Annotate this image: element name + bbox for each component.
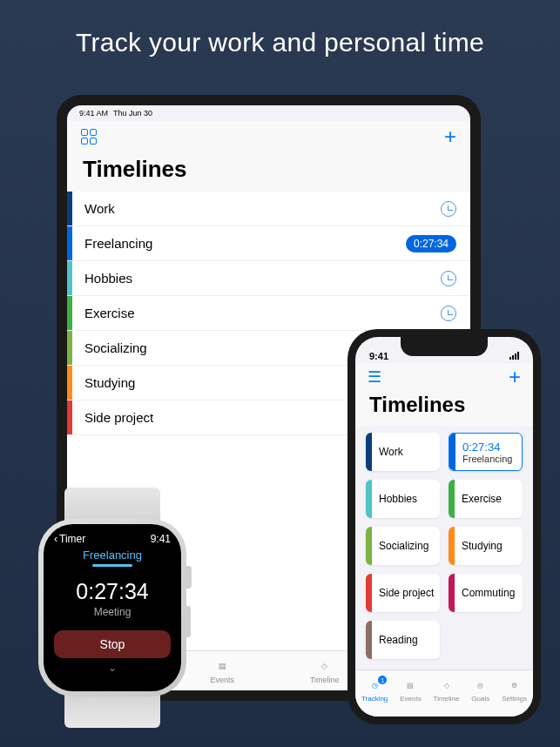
timeline-tile[interactable]: Side project: [366, 574, 440, 612]
watch-time: 9:41: [151, 533, 171, 545]
tab-timeline[interactable]: ◇Timeline: [310, 658, 340, 684]
tab-events[interactable]: ▤Events: [211, 658, 235, 684]
timeline-row[interactable]: Work: [67, 192, 470, 226]
color-indicator: [449, 480, 455, 518]
color-indicator: [449, 574, 455, 612]
back-button[interactable]: ‹ Timer: [54, 533, 85, 545]
tab-label: Tracking: [361, 695, 388, 703]
notification-badge: 1: [378, 676, 387, 684]
tab-tracking[interactable]: ◷1Tracking: [361, 677, 388, 703]
row-label: Work: [72, 201, 441, 216]
ipad-nav: +: [67, 121, 470, 152]
watch-device: ‹ Timer 9:41 Freelancing 0:27:34 Meeting…: [31, 488, 193, 728]
timeline-tile[interactable]: Commuting: [449, 574, 523, 612]
tab-label: Timeline: [310, 676, 340, 684]
color-indicator: [366, 574, 372, 612]
color-indicator: [366, 527, 372, 565]
tile-label: Freelancing: [462, 454, 512, 464]
row-label: Hobbies: [72, 271, 441, 286]
tile-label: Side project: [372, 587, 434, 599]
clock-icon[interactable]: [441, 201, 456, 217]
timeline-tile[interactable]: Exercise: [449, 480, 523, 518]
clock-icon[interactable]: [441, 306, 456, 321]
event-label: Meeting: [54, 606, 171, 618]
digital-crown[interactable]: [185, 566, 192, 589]
tab-label: Events: [211, 676, 235, 684]
tile-label: Hobbies: [372, 493, 417, 505]
page-title: Timelines: [67, 152, 470, 192]
tile-label: Reading: [372, 634, 418, 646]
tab-label: Goals: [471, 695, 489, 703]
page-title: Timelines: [355, 391, 533, 426]
side-button[interactable]: [186, 606, 191, 637]
color-indicator: [366, 621, 372, 659]
tab-label: Timeline: [434, 695, 460, 703]
iphone-nav: ☰ +: [355, 363, 533, 391]
tile-timer: 0:27:34: [462, 441, 512, 454]
timeline-tile[interactable]: Hobbies: [366, 480, 440, 518]
ipad-status-bar: 9:41 AM Thu Jun 30: [67, 105, 470, 121]
chevron-down-icon[interactable]: ⌄: [54, 662, 171, 674]
color-indicator: [449, 527, 455, 565]
tab-goals[interactable]: ◎Goals: [471, 677, 489, 703]
timeline-tile[interactable]: 0:27:34Freelancing: [449, 433, 523, 471]
tab-settings[interactable]: ⚙Settings: [502, 677, 527, 703]
timeline-row[interactable]: Freelancing0:27:34: [67, 226, 470, 261]
active-timer-pill[interactable]: 0:27:34: [406, 235, 456, 252]
status-indicators: [509, 351, 519, 361]
tab-icon: ▤: [213, 658, 231, 674]
add-button[interactable]: +: [444, 124, 456, 149]
tab-icon: ▤: [401, 677, 419, 693]
tab-icon: ◷1: [366, 677, 383, 693]
watch-case: ‹ Timer 9:41 Freelancing 0:27:34 Meeting…: [38, 519, 186, 697]
tab-icon: ◇: [316, 658, 334, 674]
timeline-tile[interactable]: Studying: [449, 527, 523, 565]
tab-icon: ⚙: [506, 677, 523, 693]
clock-icon[interactable]: [441, 271, 456, 286]
row-accessory: [441, 201, 470, 217]
add-button[interactable]: +: [509, 365, 521, 389]
tile-label: Exercise: [455, 493, 502, 505]
back-label: Timer: [59, 533, 85, 545]
tab-timeline[interactable]: ◇Timeline: [434, 677, 460, 703]
tile-label: Work: [372, 446, 403, 458]
row-accessory: [441, 271, 470, 286]
tile-label: Socializing: [372, 540, 428, 552]
elapsed-time: 0:27:34: [54, 579, 171, 604]
timeline-tile[interactable]: Socializing: [366, 527, 440, 565]
row-accessory: [441, 306, 470, 321]
list-view-icon[interactable]: ☰: [368, 367, 381, 387]
timeline-row[interactable]: Hobbies: [67, 261, 470, 296]
color-indicator: [366, 433, 372, 471]
notch: [401, 337, 488, 356]
row-label: Freelancing: [72, 236, 406, 251]
iphone-screen: 9:41 ☰ + Timelines Work0:27:34Freelancin…: [355, 337, 533, 717]
progress-bar: [92, 564, 132, 567]
color-indicator: [366, 480, 372, 518]
tab-events[interactable]: ▤Events: [400, 677, 421, 703]
timeline-tile[interactable]: Reading: [366, 621, 440, 659]
watch-screen: ‹ Timer 9:41 Freelancing 0:27:34 Meeting…: [44, 524, 181, 691]
watch-status: ‹ Timer 9:41: [54, 533, 171, 545]
row-label: Exercise: [72, 306, 441, 320]
status-date: Thu Jun 30: [113, 109, 152, 118]
timeline-row[interactable]: Exercise: [67, 296, 470, 331]
hero-title: Track your work and personal time: [0, 0, 560, 57]
grid-view-icon[interactable]: [81, 129, 97, 145]
color-indicator: [449, 434, 455, 470]
tile-label: Studying: [455, 540, 503, 552]
chevron-left-icon: ‹: [54, 533, 57, 545]
iphone-tab-bar: ◷1Tracking▤Events◇Timeline◎Goals⚙Setting…: [355, 670, 533, 717]
tab-label: Events: [400, 695, 421, 703]
category-label: Freelancing: [54, 548, 171, 562]
timeline-grid: Work0:27:34FreelancingHobbiesExerciseSoc…: [355, 426, 533, 670]
stop-button[interactable]: Stop: [54, 630, 171, 658]
status-time: 9:41 AM: [79, 109, 108, 118]
tab-icon: ◇: [438, 677, 455, 693]
tab-label: Settings: [502, 695, 527, 703]
status-time: 9:41: [369, 351, 388, 361]
timeline-tile[interactable]: Work: [366, 433, 440, 471]
row-accessory: 0:27:34: [406, 235, 470, 252]
tile-label: Commuting: [455, 587, 515, 599]
tab-icon: ◎: [472, 677, 489, 693]
